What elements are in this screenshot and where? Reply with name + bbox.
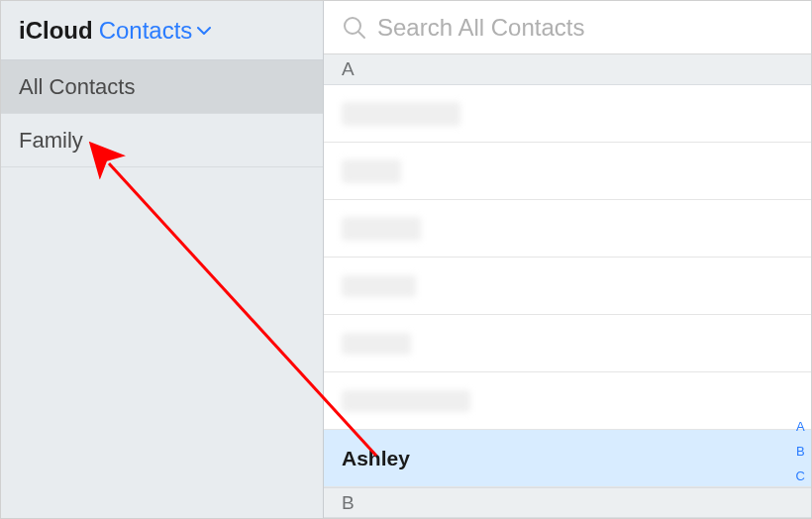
sidebar: iCloud Contacts All Contacts Family <box>1 1 324 518</box>
alpha-index-letter[interactable]: B <box>796 444 805 459</box>
brand-title: iCloud <box>19 17 93 45</box>
sidebar-header: iCloud Contacts <box>1 1 323 60</box>
contact-row[interactable] <box>324 143 811 200</box>
sidebar-item-label: All Contacts <box>19 74 135 100</box>
contact-row[interactable] <box>324 315 811 372</box>
groups-dropdown-label: Contacts <box>99 17 193 45</box>
contacts-list: Ashley <box>324 85 811 487</box>
alpha-index[interactable]: A B C <box>796 419 805 483</box>
alpha-index-letter[interactable]: C <box>796 468 805 483</box>
chevron-down-icon <box>197 26 211 36</box>
sidebar-item-all-contacts[interactable]: All Contacts <box>1 60 323 114</box>
contact-row[interactable] <box>324 258 811 315</box>
sidebar-item-family[interactable]: Family <box>1 114 323 167</box>
main-panel: A Ashley B A B C <box>324 1 811 518</box>
sidebar-item-label: Family <box>19 128 83 154</box>
section-letter: B <box>342 492 355 514</box>
groups-dropdown[interactable]: Contacts <box>99 17 212 45</box>
contact-row-selected[interactable]: Ashley <box>324 430 811 487</box>
search-input[interactable] <box>377 14 793 42</box>
section-header-b: B <box>324 487 811 518</box>
alpha-index-letter[interactable]: A <box>796 419 805 434</box>
search-icon <box>342 15 367 41</box>
contact-name: Ashley <box>342 447 410 470</box>
section-header-a: A <box>324 54 811 85</box>
contact-row[interactable] <box>324 200 811 258</box>
search-bar[interactable] <box>324 1 811 54</box>
svg-line-1 <box>358 32 364 38</box>
contact-row[interactable] <box>324 85 811 143</box>
section-letter: A <box>342 58 355 80</box>
contact-row[interactable] <box>324 372 811 430</box>
